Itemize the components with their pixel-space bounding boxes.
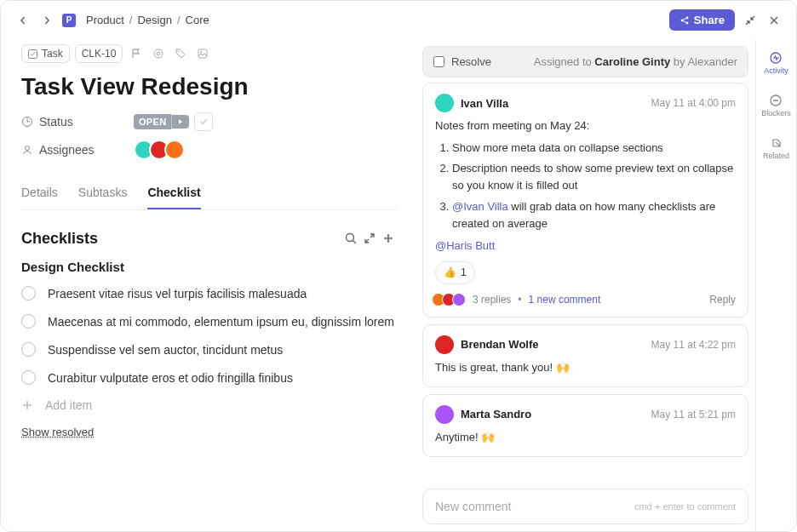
assignees-label: Assignees [21, 143, 123, 157]
svg-point-8 [200, 51, 202, 53]
share-button[interactable]: Share [669, 9, 735, 31]
reply-avatars [435, 293, 466, 306]
reply-count[interactable]: 3 replies [473, 294, 511, 306]
tab-subtasks[interactable]: Subtasks [78, 177, 128, 209]
svg-point-6 [178, 51, 180, 53]
shortcut-hint: cmd + enter to comment [634, 501, 736, 512]
svg-rect-7 [198, 49, 207, 58]
close-icon[interactable] [765, 12, 783, 29]
comment: Marta Sandro May 11 at 5:21 pm Anytime! … [422, 394, 748, 457]
status-badge[interactable]: OPEN [134, 114, 171, 129]
reaction[interactable]: 👍1 [435, 261, 475, 284]
comment-time: May 11 at 5:21 pm [651, 409, 736, 420]
comment-body: Notes from meeting on May 24: Show more … [435, 117, 736, 284]
add-icon[interactable] [379, 229, 398, 248]
assignee-avatars[interactable] [134, 140, 185, 160]
checklist-item[interactable]: Maecenas at mi commodo, elementum ipsum … [21, 314, 398, 329]
comment-author: Marta Sandro [461, 408, 531, 420]
page-title: Task View Redesign [21, 73, 398, 100]
resolve-label: Resolve [451, 55, 491, 68]
minimize-icon[interactable] [742, 12, 759, 29]
search-icon[interactable] [341, 229, 360, 248]
checklist-circle[interactable] [21, 342, 36, 357]
image-icon[interactable] [194, 45, 211, 62]
new-comment-count[interactable]: 1 new comment [529, 294, 601, 306]
resolve-bar: Resolve Assigned to Caroline Ginty by Al… [422, 46, 748, 77]
comment-time: May 11 at 4:00 pm [651, 97, 736, 109]
checklist-item[interactable]: Praesent vitae risus vel turpis facilisi… [21, 286, 398, 300]
status-next[interactable] [171, 115, 189, 129]
section-title: Checklists [21, 230, 98, 248]
check-icon [28, 49, 37, 59]
expand-icon[interactable] [360, 229, 379, 248]
rail-activity[interactable]: Activity [764, 48, 788, 78]
plus-icon [21, 399, 33, 411]
avatar [435, 405, 454, 424]
mention[interactable]: @Ivan Villa [452, 200, 508, 213]
checklist-circle[interactable] [21, 314, 36, 329]
rail-related[interactable]: Related [763, 133, 789, 163]
share-icon [679, 15, 690, 26]
blockers-icon [769, 94, 783, 107]
comment: Ivan Villa May 11 at 4:00 pm Notes from … [422, 83, 748, 317]
target-icon[interactable] [150, 45, 167, 62]
svg-point-11 [347, 234, 354, 242]
new-comment-input[interactable]: New comment cmd + enter to comment [422, 489, 748, 524]
comment-body: This is great, thank you! 🙌 [435, 359, 736, 376]
checklist-item[interactable]: Suspendisse vel sem auctor, tincidunt me… [21, 342, 398, 357]
comment-author: Ivan Villa [461, 97, 508, 110]
rail-blockers[interactable]: Blockers [761, 90, 791, 121]
comment-time: May 11 at 4:22 pm [651, 339, 736, 351]
avatar [435, 94, 454, 112]
show-resolved-link[interactable]: Show resolved [21, 426, 398, 438]
product-icon: P [62, 14, 76, 27]
add-item-button[interactable]: Add item [21, 398, 398, 412]
svg-point-5 [157, 52, 160, 55]
nav-forward[interactable] [38, 12, 55, 29]
status-icon [21, 116, 33, 128]
checklist-circle[interactable] [21, 286, 36, 300]
comment-body: Anytime! 🙌 [435, 429, 736, 446]
task-id-pill[interactable]: CLK-10 [75, 44, 123, 63]
avatar [164, 140, 185, 160]
assigned-to: Assigned to Caroline Ginty by Alexander [534, 55, 737, 68]
status-label: Status [21, 115, 123, 129]
nav-back[interactable] [14, 12, 32, 29]
resolve-checkbox[interactable] [433, 56, 444, 67]
checklist-title: Design Checklist [21, 260, 398, 274]
reply-button[interactable]: Reply [709, 294, 736, 306]
tab-details[interactable]: Details [21, 177, 58, 209]
flag-icon[interactable] [128, 45, 145, 62]
task-type-pill[interactable]: Task [21, 44, 70, 63]
avatar [435, 335, 454, 354]
comment-author: Brendan Wolfe [461, 338, 539, 351]
svg-point-10 [26, 146, 30, 151]
person-icon [21, 144, 33, 156]
checklist-item[interactable]: Curabitur vulputate eros et odio fringil… [21, 370, 398, 385]
complete-checkbox[interactable] [194, 112, 213, 131]
mention[interactable]: @Haris Butt [435, 237, 736, 255]
comment: Brendan Wolfe May 11 at 4:22 pm This is … [422, 324, 748, 387]
breadcrumb[interactable]: Product/Design/Core [86, 14, 209, 26]
tag-icon[interactable] [172, 45, 189, 62]
checklist-circle[interactable] [21, 370, 36, 385]
activity-icon [769, 51, 783, 65]
related-icon [770, 136, 783, 150]
tab-checklist[interactable]: Checklist [147, 177, 200, 209]
svg-point-4 [154, 49, 163, 58]
